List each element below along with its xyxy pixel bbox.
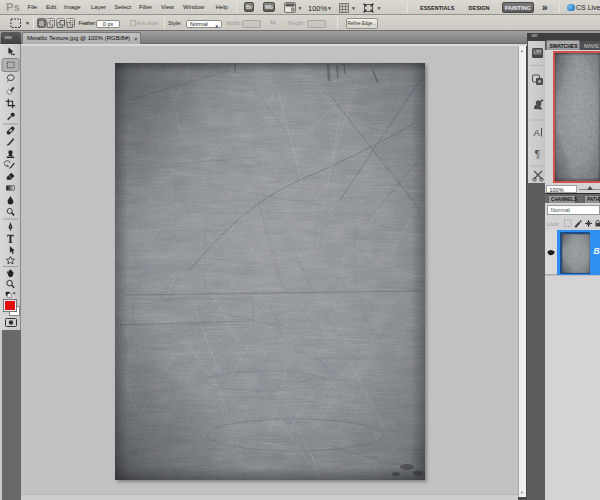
svg-text:A: A <box>534 127 541 138</box>
svg-text:¶: ¶ <box>535 148 541 160</box>
